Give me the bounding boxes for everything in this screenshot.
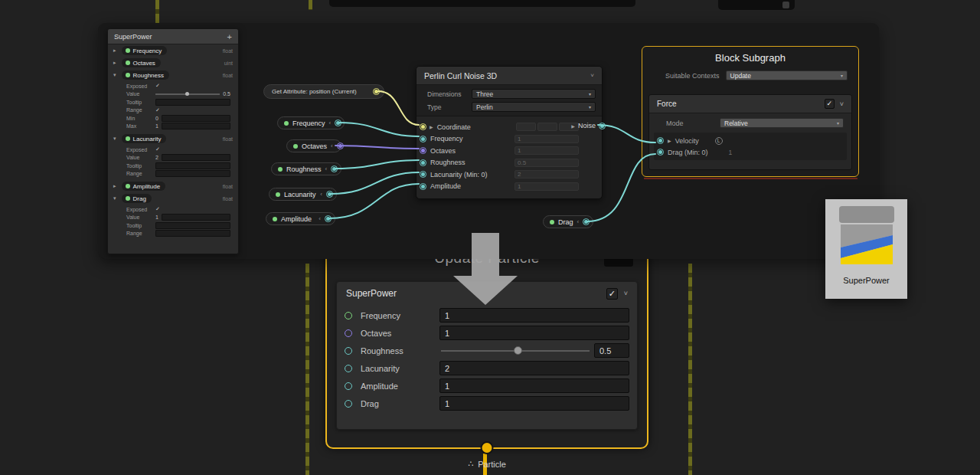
tooltip-field[interactable] (155, 99, 230, 106)
range-field[interactable] (155, 170, 230, 177)
param-node-frequency[interactable]: Frequency ‹ (277, 116, 345, 129)
blackboard-property-amplitude[interactable]: ▸ Amplitude float (108, 180, 238, 192)
collapse-icon[interactable]: ▾ (113, 195, 119, 201)
chevron-down-icon[interactable]: ˅ (840, 100, 844, 108)
blackboard-property-octaves[interactable]: ▸ Octaves uint (108, 57, 238, 69)
coordinate-input-port[interactable] (420, 123, 426, 130)
expand-port-icon[interactable]: ▶ (668, 138, 671, 143)
collapse-left-icon[interactable]: ‹ (325, 165, 328, 172)
position-output-port[interactable] (373, 88, 380, 95)
get-attribute-node[interactable]: Get Attribute: position (Current) (263, 84, 384, 99)
force-enabled-checkbox[interactable]: ✓ (825, 99, 835, 109)
mode-dropdown[interactable]: Relative▾ (720, 118, 844, 128)
exposed-check[interactable]: ✓ (155, 146, 160, 152)
range-check[interactable]: ✓ (155, 107, 160, 113)
tooltip-field[interactable] (155, 162, 230, 169)
collapse-left-icon[interactable]: ‹ (331, 142, 333, 149)
drag-input-port[interactable] (657, 149, 664, 156)
perlin-curl-noise-node[interactable]: Perlin Curl Noise 3D ˅ Dimensions Three▾… (416, 66, 603, 199)
drag-field[interactable] (439, 396, 629, 411)
property-dot (284, 121, 289, 126)
max-field[interactable] (162, 123, 230, 129)
drag-port[interactable] (345, 400, 352, 408)
blackboard-title: SuperPower (114, 33, 152, 41)
value-field[interactable] (162, 214, 230, 221)
expand-icon[interactable]: ▸ (113, 183, 119, 189)
exposed-check[interactable]: ✓ (155, 83, 160, 89)
add-property-button[interactable]: + (227, 32, 232, 41)
velocity-input-port[interactable] (657, 137, 664, 144)
property-dot (550, 220, 554, 224)
expand-port-icon: ▶ (571, 123, 575, 129)
vfx-graph-canvas[interactable]: Update Particle SuperPower ✓ ˅ Frequency… (0, 0, 980, 475)
frequency-output-port[interactable] (335, 120, 341, 126)
collapse-left-icon[interactable]: ‹ (577, 218, 580, 225)
roughness-slider[interactable] (439, 343, 591, 358)
expand-port-icon[interactable]: ▶ (430, 124, 433, 129)
dropdown-caret-icon: ▾ (589, 104, 591, 110)
value-field[interactable] (162, 154, 230, 161)
lacunarity-input-port[interactable] (420, 171, 426, 178)
param-node-drag[interactable]: Drag ‹ (543, 215, 593, 228)
block-row-octaves: Octaves (345, 324, 629, 342)
property-detail-lacunarity: Exposed✓ Value2 Tooltip Range (108, 145, 238, 180)
force-row-velocity: ▶ Velocity L (657, 135, 844, 146)
amplitude-input-port[interactable] (420, 183, 426, 190)
octaves-input-port[interactable] (420, 147, 426, 154)
octaves-port[interactable] (345, 329, 352, 337)
min-field[interactable] (162, 115, 230, 122)
param-node-amplitude[interactable]: Amplitude ‹ (266, 212, 335, 225)
roughness-port[interactable] (345, 347, 352, 355)
collapse-icon[interactable]: ▾ (113, 136, 119, 142)
roughness-input-port[interactable] (420, 159, 426, 166)
frequency-port[interactable] (345, 312, 352, 319)
expand-icon[interactable]: ▸ (113, 48, 119, 54)
amplitude-port[interactable] (345, 382, 352, 390)
input-row-amplitude: Amplitude 1 (416, 181, 602, 193)
block-enabled-checkbox[interactable]: ✓ (606, 288, 618, 300)
force-block[interactable]: Force ✓ ˅ Mode Relative▾ ▶ Velocity L Dr… (648, 94, 852, 170)
frequency-input-port[interactable] (420, 136, 426, 142)
local-space-badge[interactable]: L (715, 137, 723, 145)
blackboard-panel[interactable]: SuperPower + ▸ Frequency float ▸ Octaves… (107, 28, 239, 254)
frequency-field[interactable] (439, 308, 629, 323)
expand-icon[interactable]: ▸ (113, 60, 119, 66)
context-output-port[interactable] (481, 441, 494, 454)
slider-thumb[interactable] (514, 346, 522, 355)
lacunarity-field[interactable] (439, 361, 629, 375)
amplitude-field[interactable] (439, 378, 629, 393)
collapse-left-icon[interactable]: ‹ (329, 120, 332, 126)
drag-output-port[interactable] (583, 218, 590, 225)
param-node-lacunarity[interactable]: Lacunarity ‹ (269, 188, 337, 201)
noise-output-port[interactable] (599, 123, 606, 129)
blackboard-property-roughness[interactable]: ▾ Roughness float (108, 69, 238, 81)
value-slider[interactable] (155, 91, 220, 97)
collapse-left-icon[interactable]: ‹ (318, 215, 321, 222)
range-field[interactable] (155, 230, 230, 237)
octaves-field[interactable] (439, 326, 629, 340)
amplitude-output-port[interactable] (325, 215, 332, 222)
blackboard-property-drag[interactable]: ▾ Drag float (108, 192, 238, 205)
param-node-roughness[interactable]: Roughness ‹ (271, 162, 341, 175)
blackboard-property-lacunarity[interactable]: ▾ Lacunarity float (108, 133, 238, 145)
chevron-down-icon[interactable]: ˅ (624, 290, 628, 297)
superpower-asset-card[interactable]: SuperPower (825, 199, 907, 299)
octaves-output-port[interactable] (337, 142, 344, 149)
collapse-icon[interactable]: ▾ (113, 72, 119, 78)
collapse-left-icon[interactable]: ‹ (320, 191, 322, 198)
roughness-output-port[interactable] (331, 165, 338, 172)
block-subgraph-panel[interactable]: Block Subgraph Suitable Contexts Update▾… (642, 46, 859, 177)
chevron-down-icon[interactable]: ˅ (590, 72, 594, 79)
property-dot (278, 167, 283, 172)
dimensions-dropdown[interactable]: Three▾ (472, 89, 596, 99)
tooltip-field[interactable] (155, 222, 230, 229)
suitable-contexts-dropdown[interactable]: Update▾ (726, 70, 848, 80)
lacunarity-port[interactable] (345, 365, 352, 372)
lacunarity-output-port[interactable] (326, 191, 333, 198)
param-node-octaves[interactable]: Octaves ‹ (286, 139, 341, 152)
blackboard-property-frequency[interactable]: ▸ Frequency float (108, 44, 238, 57)
type-dropdown[interactable]: Perlin▾ (472, 102, 596, 112)
block-row-drag: Drag (345, 395, 629, 412)
roughness-value-field[interactable] (594, 343, 629, 358)
exposed-check[interactable]: ✓ (155, 206, 160, 212)
